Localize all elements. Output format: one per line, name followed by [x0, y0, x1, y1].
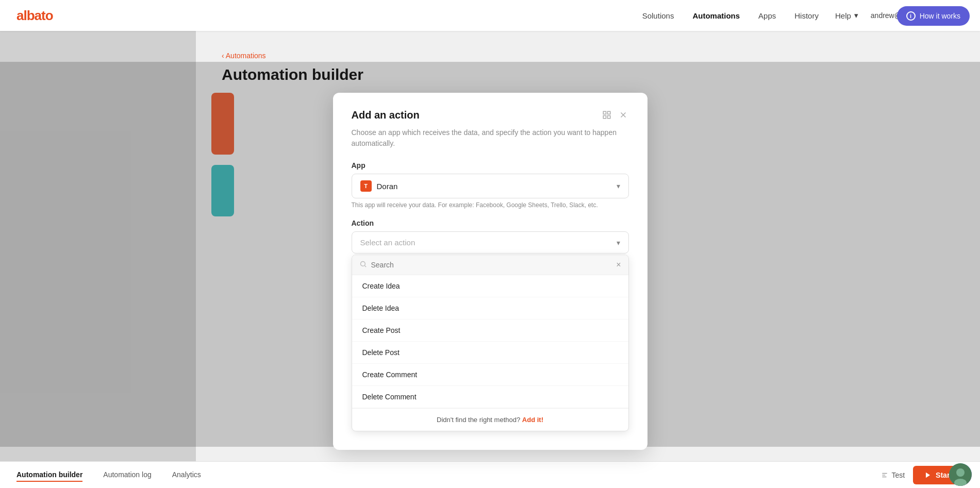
modal-subtitle: Choose an app which receives the data, a… [352, 127, 629, 149]
modal-close-button[interactable] [618, 109, 629, 123]
modal-resize-button[interactable] [601, 109, 612, 123]
test-button[interactable]: Test [881, 471, 905, 479]
brand-logo[interactable]: albato [16, 8, 53, 24]
action-dropdown: × Create Idea Delete Idea Create Post De… [352, 255, 629, 431]
list-item[interactable]: Create Comment [352, 364, 628, 386]
modal-header: Add an action [352, 109, 629, 123]
tab-automation-builder[interactable]: Automation builder [16, 468, 82, 482]
svg-point-13 [956, 468, 965, 477]
info-icon: i [906, 11, 916, 21]
chevron-down-icon: ▾ [617, 239, 620, 247]
app-label: App [352, 161, 629, 170]
dropdown-footer: Didn't find the right method? Add it! [352, 408, 628, 431]
nav-solutions[interactable]: Solutions [642, 11, 674, 20]
list-item[interactable]: Delete Post [352, 342, 628, 364]
tab-automation-log[interactable]: Automation log [103, 468, 151, 482]
how-it-works-button[interactable]: i How it works [897, 6, 970, 26]
list-item[interactable]: Create Idea [352, 275, 628, 297]
doran-app-icon: T [360, 180, 372, 192]
bottom-bar: Automation builder Automation log Analyt… [0, 461, 980, 488]
nav-links: Solutions Automations Apps History [642, 11, 819, 20]
app-hint: This app will receive your data. For exa… [352, 201, 629, 209]
svg-marker-11 [926, 472, 930, 478]
footer-text: Didn't find the right method? [437, 416, 520, 424]
list-item[interactable]: Create Post [352, 319, 628, 342]
svg-rect-1 [607, 111, 610, 114]
chevron-down-icon: ▾ [617, 182, 620, 190]
svg-rect-2 [607, 116, 610, 119]
avatar[interactable] [949, 463, 972, 486]
search-clear-button[interactable]: × [616, 260, 621, 270]
dropdown-search-bar: × [352, 255, 628, 275]
nav-automations[interactable]: Automations [692, 11, 740, 20]
tab-analytics[interactable]: Analytics [172, 468, 201, 482]
list-item[interactable]: Delete Idea [352, 297, 628, 319]
list-item[interactable]: Delete Comment [352, 386, 628, 408]
add-it-link[interactable]: Add it! [522, 416, 543, 424]
action-select[interactable]: Select an action ▾ [352, 231, 629, 254]
app-select[interactable]: T Doran ▾ [352, 174, 629, 198]
add-action-modal: Add an action Choose an app which r [333, 93, 647, 450]
bottom-tabs: Automation builder Automation log Analyt… [16, 468, 201, 482]
action-placeholder: Select an action [360, 238, 416, 247]
nav-history[interactable]: History [794, 11, 819, 20]
modal-title: Add an action [352, 109, 420, 121]
dropdown-search-input[interactable] [371, 261, 612, 269]
svg-point-6 [360, 262, 365, 266]
nav-apps[interactable]: Apps [758, 11, 776, 20]
modal-header-actions [601, 109, 629, 123]
modal-overlay: Add an action Choose an app which r [0, 62, 980, 447]
app-select-inner: T Doran [360, 180, 398, 192]
svg-rect-0 [603, 111, 606, 114]
action-label: Action [352, 219, 629, 227]
page-content: Automations Automation builder Add an ac… [0, 31, 980, 467]
navbar: albato Solutions Automations Apps Histor… [0, 0, 980, 31]
svg-rect-3 [603, 116, 606, 119]
app-selected-value: Doran [377, 182, 398, 191]
svg-line-7 [364, 265, 366, 267]
search-icon [359, 260, 367, 270]
breadcrumb[interactable]: Automations [222, 52, 954, 60]
how-it-works-label: How it works [920, 12, 960, 20]
test-label: Test [891, 471, 905, 479]
chevron-down-icon: ▾ [854, 11, 858, 20]
nav-help[interactable]: Help ▾ [835, 11, 858, 20]
